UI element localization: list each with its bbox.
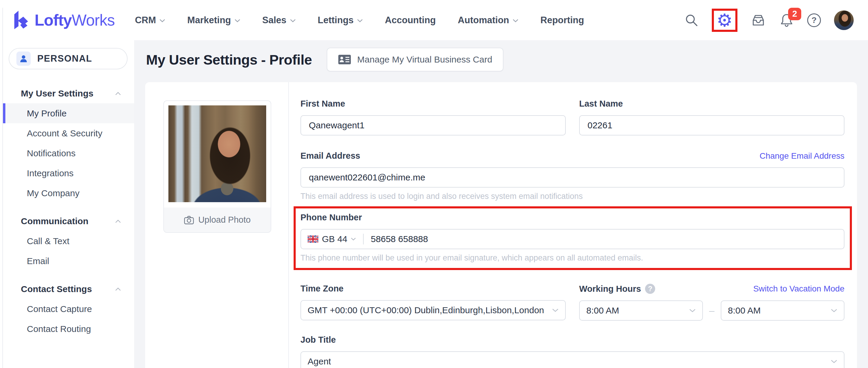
workspace-label: PERSONAL: [37, 53, 92, 64]
settings-gear-icon[interactable]: ⚙: [717, 11, 733, 29]
top-navigation-bar: LoftyWorks CRM Marketing Sales Lettings …: [0, 0, 868, 40]
first-name-input[interactable]: [301, 115, 566, 135]
loftyworks-logo-mark: [12, 9, 30, 31]
working-hours-start-select[interactable]: 8:00 AM: [579, 300, 703, 321]
sidebar-left-border: [2, 8, 3, 368]
sidebar-item-call-text[interactable]: Call & Text: [3, 231, 134, 251]
country-code-text: GB 44: [322, 234, 347, 244]
workspace-selector-personal[interactable]: PERSONAL: [9, 48, 128, 69]
nav-item-marketing[interactable]: Marketing: [187, 15, 240, 26]
email-label: Email Address: [301, 151, 360, 161]
nav-item-lettings[interactable]: Lettings: [318, 15, 363, 26]
loftyworks-logo[interactable]: LoftyWorks: [12, 9, 115, 31]
profile-photo-card: Upload Photo: [163, 100, 271, 233]
change-email-link[interactable]: Change Email Address: [760, 151, 844, 161]
nav-item-sales[interactable]: Sales: [262, 15, 296, 26]
phone-separator: [363, 234, 364, 244]
sidebar-item-notifications[interactable]: Notifications: [3, 143, 134, 163]
working-hours-dash: –: [703, 305, 721, 316]
working-hours-end-select[interactable]: 8:00 AM: [721, 300, 844, 321]
sidebar-item-account-security[interactable]: Account & Security: [3, 123, 134, 143]
profile-photo: [168, 105, 266, 202]
notifications-bell-icon[interactable]: 2: [779, 12, 794, 28]
sidebar-item-my-company[interactable]: My Company: [3, 183, 134, 203]
phone-input[interactable]: GB 44 58658 658888: [301, 229, 844, 249]
annotation-box-phone: Phone Number GB 44 586: [293, 206, 852, 270]
sidebar-section-contact-settings[interactable]: Contact Settings: [21, 284, 121, 294]
sidebar-item-contact-capture[interactable]: Contact Capture: [3, 299, 134, 319]
email-helper-text: This email address is used to login and …: [301, 192, 844, 201]
nav-item-crm[interactable]: CRM: [135, 15, 165, 26]
phone-label: Phone Number: [301, 212, 844, 223]
chevron-down-icon: [831, 309, 837, 312]
chevron-down-icon: [357, 19, 363, 22]
chevron-down-icon: [552, 308, 559, 312]
phone-number-value: 58658 658888: [371, 234, 428, 244]
camera-icon: [184, 215, 194, 225]
job-title-select[interactable]: Agent: [301, 351, 844, 368]
working-hours-help-icon[interactable]: ?: [645, 284, 655, 294]
country-code-selector[interactable]: GB 44: [308, 234, 356, 244]
last-name-label: Last Name: [579, 99, 844, 109]
timezone-select[interactable]: GMT +00:00 (UTC+00:00) Dublin,Edinburgh,…: [301, 300, 566, 321]
annotation-box-gear: ⚙: [712, 9, 738, 32]
sidebar-item-contact-routing[interactable]: Contact Routing: [3, 319, 134, 339]
chevron-down-icon: [159, 19, 165, 22]
sidebar-section-communication[interactable]: Communication: [21, 216, 121, 226]
working-hours-label: Working Hours: [579, 284, 641, 294]
timezone-label: Time Zone: [301, 284, 566, 294]
notification-count-badge: 2: [788, 8, 801, 20]
chevron-down-icon: [290, 19, 296, 22]
nav-item-reporting[interactable]: Reporting: [540, 15, 584, 26]
uk-flag-icon: [308, 235, 318, 243]
help-icon[interactable]: ?: [807, 13, 821, 27]
nav-item-automation[interactable]: Automation: [458, 15, 518, 26]
phone-helper-text: This phone number will be used in your e…: [301, 254, 844, 263]
upload-photo-button[interactable]: Upload Photo: [164, 207, 271, 232]
main-nav: CRM Marketing Sales Lettings Accounting …: [135, 15, 584, 26]
search-icon[interactable]: [684, 13, 699, 27]
chevron-down-icon: [831, 360, 837, 363]
person-icon: [17, 52, 31, 66]
page-header-row: My User Settings - Profile Manage My Vir…: [146, 45, 503, 74]
sidebar-item-integrations[interactable]: Integrations: [3, 163, 134, 183]
vertical-divider: [288, 82, 289, 368]
chevron-down-icon: [235, 19, 240, 22]
nav-item-accounting[interactable]: Accounting: [385, 15, 436, 26]
sidebar-section-my-user-settings[interactable]: My User Settings: [21, 89, 121, 99]
chevron-down-icon: [513, 19, 518, 22]
user-avatar[interactable]: [834, 10, 854, 30]
first-name-label: First Name: [301, 99, 566, 109]
vacation-mode-link[interactable]: Switch to Vacation Mode: [753, 284, 844, 294]
sidebar-item-my-profile[interactable]: My Profile: [3, 103, 134, 123]
header-actions: ⚙ 2 ?: [684, 9, 854, 32]
profile-form: First Name Last Name Email Address Chang…: [301, 99, 844, 368]
chevron-up-icon: [115, 220, 121, 223]
chevron-down-icon: [351, 238, 356, 241]
last-name-input[interactable]: [579, 115, 844, 135]
chevron-down-icon: [689, 309, 696, 312]
job-title-label: Job Title: [301, 335, 844, 345]
email-input[interactable]: [301, 167, 844, 188]
manage-virtual-business-card-button[interactable]: Manage My Virtual Business Card: [327, 47, 503, 71]
chevron-up-icon: [115, 92, 121, 95]
chevron-up-icon: [115, 288, 121, 291]
sidebar-item-email[interactable]: Email: [3, 251, 134, 271]
loftyworks-logo-text: LoftyWorks: [35, 11, 115, 29]
business-card-icon: [338, 54, 351, 65]
profile-form-card: Upload Photo First Name Last Name Email …: [145, 82, 857, 368]
page-title: My User Settings - Profile: [146, 52, 312, 68]
settings-sidebar: PERSONAL My User Settings My Profile Acc…: [3, 40, 134, 368]
inbox-tray-icon[interactable]: [750, 13, 766, 27]
